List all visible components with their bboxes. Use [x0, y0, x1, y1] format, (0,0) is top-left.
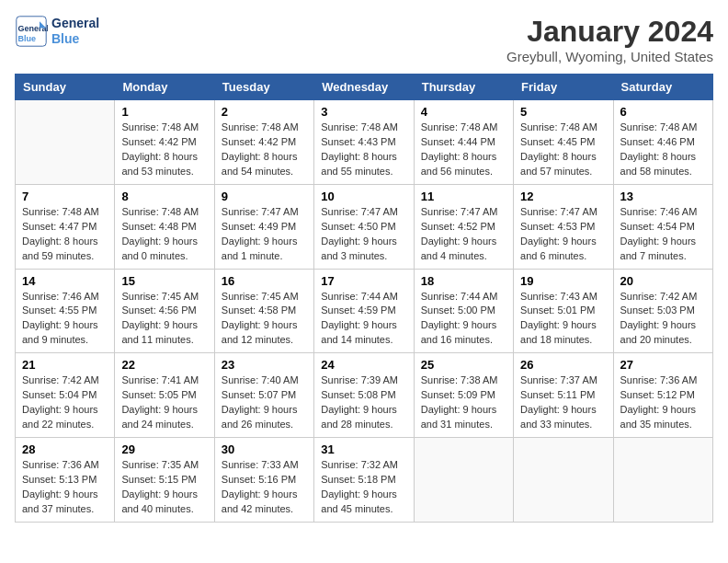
calendar-cell: 1Sunrise: 7:48 AM Sunset: 4:42 PM Daylig… — [115, 100, 214, 185]
day-info: Sunrise: 7:48 AM Sunset: 4:45 PM Dayligh… — [520, 121, 606, 179]
day-number: 12 — [520, 190, 606, 203]
day-info: Sunrise: 7:37 AM Sunset: 5:11 PM Dayligh… — [520, 373, 606, 432]
day-info: Sunrise: 7:35 AM Sunset: 5:15 PM Dayligh… — [121, 458, 207, 517]
header-row: SundayMondayTuesdayWednesdayThursdayFrid… — [16, 75, 713, 100]
calendar-cell — [414, 438, 513, 523]
day-info: Sunrise: 7:42 AM Sunset: 5:03 PM Dayligh… — [620, 290, 706, 349]
day-info: Sunrise: 7:32 AM Sunset: 5:18 PM Dayligh… — [321, 458, 406, 517]
calendar-cell — [613, 438, 712, 523]
calendar-cell: 17Sunrise: 7:44 AM Sunset: 4:59 PM Dayli… — [314, 269, 414, 353]
day-info: Sunrise: 7:43 AM Sunset: 5:01 PM Dayligh… — [520, 290, 606, 349]
calendar-cell: 12Sunrise: 7:47 AM Sunset: 4:53 PM Dayli… — [514, 184, 613, 269]
calendar-cell: 22Sunrise: 7:41 AM Sunset: 5:05 PM Dayli… — [115, 353, 214, 438]
day-info: Sunrise: 7:47 AM Sunset: 4:52 PM Dayligh… — [421, 205, 506, 264]
day-number: 21 — [22, 358, 108, 372]
calendar-cell: 31Sunrise: 7:32 AM Sunset: 5:18 PM Dayli… — [314, 438, 414, 523]
day-info: Sunrise: 7:48 AM Sunset: 4:46 PM Dayligh… — [620, 121, 706, 179]
day-info: Sunrise: 7:48 AM Sunset: 4:42 PM Dayligh… — [121, 121, 207, 179]
calendar-cell: 23Sunrise: 7:40 AM Sunset: 5:07 PM Dayli… — [214, 353, 313, 438]
week-row-2: 7Sunrise: 7:48 AM Sunset: 4:47 PM Daylig… — [16, 184, 713, 269]
day-info: Sunrise: 7:48 AM Sunset: 4:48 PM Dayligh… — [121, 205, 207, 264]
logo-text: General Blue — [51, 16, 99, 47]
day-number: 13 — [620, 190, 706, 203]
day-number: 19 — [520, 274, 606, 288]
day-number: 9 — [222, 190, 307, 203]
day-number: 16 — [222, 274, 307, 288]
calendar-cell: 28Sunrise: 7:36 AM Sunset: 5:13 PM Dayli… — [16, 438, 115, 523]
day-header-sunday: Sunday — [16, 75, 115, 100]
day-number: 18 — [421, 274, 506, 288]
day-number: 8 — [121, 190, 207, 203]
day-number: 31 — [321, 442, 406, 456]
calendar-cell: 30Sunrise: 7:33 AM Sunset: 5:16 PM Dayli… — [214, 438, 313, 523]
day-info: Sunrise: 7:45 AM Sunset: 4:56 PM Dayligh… — [121, 290, 207, 349]
day-number: 10 — [321, 190, 406, 203]
day-header-saturday: Saturday — [613, 75, 712, 100]
day-header-friday: Friday — [514, 75, 613, 100]
day-number: 24 — [321, 358, 406, 372]
calendar-cell: 7Sunrise: 7:48 AM Sunset: 4:47 PM Daylig… — [16, 184, 115, 269]
day-header-wednesday: Wednesday — [314, 75, 414, 100]
calendar-cell: 5Sunrise: 7:48 AM Sunset: 4:45 PM Daylig… — [514, 100, 613, 185]
day-info: Sunrise: 7:48 AM Sunset: 4:43 PM Dayligh… — [321, 121, 406, 179]
calendar-cell: 19Sunrise: 7:43 AM Sunset: 5:01 PM Dayli… — [514, 269, 613, 353]
week-row-1: 1Sunrise: 7:48 AM Sunset: 4:42 PM Daylig… — [16, 100, 713, 185]
svg-text:Blue: Blue — [18, 34, 37, 43]
calendar-cell: 13Sunrise: 7:46 AM Sunset: 4:54 PM Dayli… — [613, 184, 712, 269]
calendar-cell: 14Sunrise: 7:46 AM Sunset: 4:55 PM Dayli… — [16, 269, 115, 353]
day-number: 27 — [620, 358, 706, 372]
day-number: 1 — [121, 105, 207, 119]
calendar-cell: 24Sunrise: 7:39 AM Sunset: 5:08 PM Dayli… — [314, 353, 414, 438]
day-info: Sunrise: 7:44 AM Sunset: 4:59 PM Dayligh… — [321, 290, 406, 349]
day-info: Sunrise: 7:46 AM Sunset: 4:55 PM Dayligh… — [22, 290, 108, 349]
day-number: 7 — [22, 190, 108, 203]
calendar-cell: 2Sunrise: 7:48 AM Sunset: 4:42 PM Daylig… — [214, 100, 313, 185]
calendar-cell: 9Sunrise: 7:47 AM Sunset: 4:49 PM Daylig… — [214, 184, 313, 269]
day-info: Sunrise: 7:36 AM Sunset: 5:13 PM Dayligh… — [22, 458, 108, 517]
day-number: 3 — [321, 105, 406, 119]
week-row-4: 21Sunrise: 7:42 AM Sunset: 5:04 PM Dayli… — [16, 353, 713, 438]
day-info: Sunrise: 7:44 AM Sunset: 5:00 PM Dayligh… — [421, 290, 506, 349]
day-info: Sunrise: 7:48 AM Sunset: 4:44 PM Dayligh… — [421, 121, 506, 179]
day-number: 20 — [620, 274, 706, 288]
calendar-cell: 29Sunrise: 7:35 AM Sunset: 5:15 PM Dayli… — [115, 438, 214, 523]
week-row-3: 14Sunrise: 7:46 AM Sunset: 4:55 PM Dayli… — [16, 269, 713, 353]
day-number: 5 — [520, 105, 606, 119]
day-info: Sunrise: 7:46 AM Sunset: 4:54 PM Dayligh… — [620, 205, 706, 264]
day-number: 14 — [22, 274, 108, 288]
day-number: 15 — [121, 274, 207, 288]
day-number: 22 — [121, 358, 207, 372]
day-info: Sunrise: 7:48 AM Sunset: 4:47 PM Dayligh… — [22, 205, 108, 264]
calendar-cell: 16Sunrise: 7:45 AM Sunset: 4:58 PM Dayli… — [214, 269, 313, 353]
day-number: 29 — [121, 442, 207, 456]
calendar-cell: 3Sunrise: 7:48 AM Sunset: 4:43 PM Daylig… — [314, 100, 414, 185]
calendar-cell — [16, 100, 115, 185]
calendar-subtitle: Greybull, Wyoming, United States — [506, 49, 713, 64]
calendar-cell: 4Sunrise: 7:48 AM Sunset: 4:44 PM Daylig… — [414, 100, 513, 185]
day-header-tuesday: Tuesday — [214, 75, 313, 100]
day-number: 6 — [620, 105, 706, 119]
calendar-cell: 27Sunrise: 7:36 AM Sunset: 5:12 PM Dayli… — [613, 353, 712, 438]
day-number: 11 — [421, 190, 506, 203]
calendar-cell: 26Sunrise: 7:37 AM Sunset: 5:11 PM Dayli… — [514, 353, 613, 438]
logo: General Blue General Blue — [15, 15, 99, 48]
day-number: 4 — [421, 105, 506, 119]
day-number: 25 — [421, 358, 506, 372]
day-number: 28 — [22, 442, 108, 456]
calendar-cell: 18Sunrise: 7:44 AM Sunset: 5:00 PM Dayli… — [414, 269, 513, 353]
day-info: Sunrise: 7:45 AM Sunset: 4:58 PM Dayligh… — [222, 290, 307, 349]
title-area: January 2024 Greybull, Wyoming, United S… — [506, 15, 713, 64]
day-info: Sunrise: 7:39 AM Sunset: 5:08 PM Dayligh… — [321, 373, 406, 432]
day-info: Sunrise: 7:47 AM Sunset: 4:50 PM Dayligh… — [321, 205, 406, 264]
calendar-table: SundayMondayTuesdayWednesdayThursdayFrid… — [15, 74, 713, 523]
day-info: Sunrise: 7:47 AM Sunset: 4:49 PM Dayligh… — [222, 205, 307, 264]
day-info: Sunrise: 7:38 AM Sunset: 5:09 PM Dayligh… — [421, 373, 506, 432]
day-info: Sunrise: 7:48 AM Sunset: 4:42 PM Dayligh… — [222, 121, 307, 179]
logo-icon: General Blue — [15, 15, 48, 48]
day-number: 17 — [321, 274, 406, 288]
calendar-cell: 10Sunrise: 7:47 AM Sunset: 4:50 PM Dayli… — [314, 184, 414, 269]
calendar-title: January 2024 — [506, 15, 713, 49]
calendar-cell: 25Sunrise: 7:38 AM Sunset: 5:09 PM Dayli… — [414, 353, 513, 438]
day-header-monday: Monday — [115, 75, 214, 100]
day-info: Sunrise: 7:42 AM Sunset: 5:04 PM Dayligh… — [22, 373, 108, 432]
